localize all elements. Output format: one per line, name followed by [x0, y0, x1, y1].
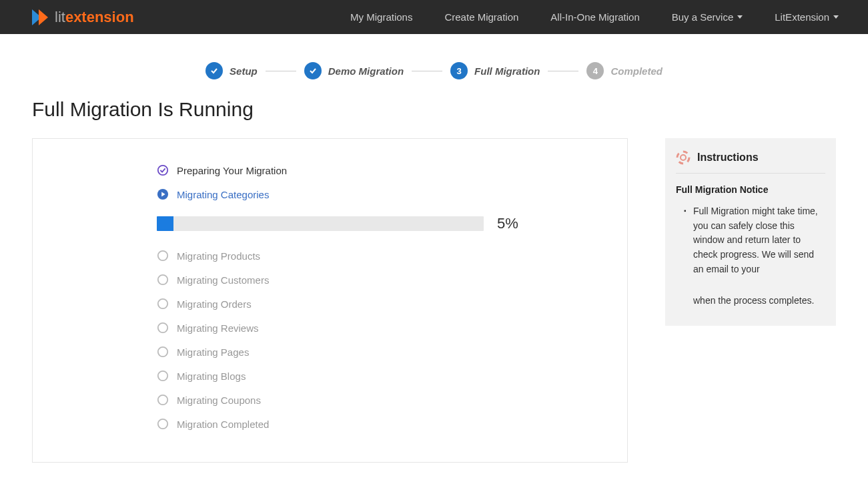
task-categories-label: Migrating Categories — [177, 189, 269, 200]
notice-text-1: Full Migration might take time, you can … — [693, 206, 818, 274]
instructions-panel: Instructions Full Migration Notice Full … — [665, 138, 836, 326]
task-completed-label: Migration Completed — [177, 419, 269, 430]
circle-icon — [157, 322, 169, 334]
step-setup-icon — [205, 62, 223, 79]
circle-icon — [157, 418, 169, 430]
circle-icon — [157, 298, 169, 310]
svg-point-10 — [158, 371, 167, 381]
nav-buy-service[interactable]: Buy a Service — [656, 0, 759, 34]
notice-title: Full Migration Notice — [676, 184, 825, 195]
task-list: Preparing Your Migration Migrating Categ… — [157, 164, 595, 430]
navbar: litextension My Migrations Create Migrat… — [0, 0, 868, 34]
task-completed: Migration Completed — [157, 418, 595, 430]
svg-point-5 — [158, 251, 167, 260]
circle-icon — [157, 394, 169, 406]
step-demo-icon — [304, 62, 322, 79]
task-reviews: Migrating Reviews — [157, 322, 595, 334]
chevron-down-icon — [833, 15, 839, 19]
step-completed-label: Completed — [610, 65, 663, 77]
step-completed-icon: 4 — [586, 62, 604, 79]
progress-fill — [157, 216, 173, 231]
step-demo-label: Demo Migration — [328, 65, 404, 77]
play-circle-icon — [157, 188, 169, 200]
stepper: Setup Demo Migration 3 Full Migration 4 … — [0, 62, 868, 79]
circle-icon — [157, 250, 169, 262]
step-full-icon: 3 — [450, 62, 468, 79]
task-pages-label: Migrating Pages — [177, 346, 249, 358]
nav-menu: My Migrations Create Migration All-In-On… — [334, 0, 855, 34]
task-orders-label: Migrating Orders — [177, 298, 252, 310]
chevron-down-icon — [737, 15, 743, 19]
svg-point-12 — [158, 419, 167, 429]
logo-text: litextension — [55, 9, 134, 26]
task-orders: Migrating Orders — [157, 298, 595, 310]
svg-point-2 — [158, 166, 167, 175]
svg-marker-1 — [39, 9, 48, 25]
progress-bar — [157, 216, 484, 231]
task-customers: Migrating Customers — [157, 274, 595, 286]
task-products-label: Migrating Products — [177, 250, 260, 262]
circle-icon — [157, 370, 169, 382]
step-connector — [412, 71, 442, 71]
nav-litextension[interactable]: LitExtension — [759, 0, 855, 34]
task-coupons-label: Migrating Coupons — [177, 395, 261, 406]
task-preparing-label: Preparing Your Migration — [177, 165, 287, 176]
notice-text-2: when the process completes. — [693, 295, 814, 306]
logo[interactable]: litextension — [32, 9, 134, 26]
svg-point-14 — [681, 155, 686, 160]
migration-panel: Preparing Your Migration Migrating Categ… — [32, 138, 628, 463]
notice-item: Full Migration might take time, you can … — [684, 204, 825, 308]
step-full-label: Full Migration — [474, 65, 540, 77]
svg-point-6 — [158, 275, 167, 284]
notice-list: Full Migration might take time, you can … — [676, 204, 825, 308]
step-connector — [266, 71, 296, 71]
task-blogs: Migrating Blogs — [157, 370, 595, 382]
task-customers-label: Migrating Customers — [177, 274, 269, 286]
step-full[interactable]: 3 Full Migration — [450, 62, 540, 79]
step-completed: 4 Completed — [586, 62, 663, 79]
task-coupons: Migrating Coupons — [157, 394, 595, 406]
svg-point-13 — [677, 152, 689, 164]
instructions-title: Instructions — [697, 152, 759, 164]
svg-point-8 — [158, 323, 167, 332]
step-demo[interactable]: Demo Migration — [304, 62, 404, 79]
task-reviews-label: Migrating Reviews — [177, 322, 259, 334]
progress-percent: 5% — [497, 215, 518, 232]
task-blogs-label: Migrating Blogs — [177, 371, 246, 382]
instructions-header: Instructions — [676, 150, 825, 174]
logo-icon — [32, 9, 51, 25]
task-categories: Migrating Categories — [157, 188, 595, 200]
svg-point-11 — [158, 395, 167, 405]
nav-all-in-one[interactable]: All-In-One Migration — [534, 0, 655, 34]
svg-point-7 — [158, 299, 167, 308]
progress-row: 5% — [157, 215, 595, 232]
circle-icon — [157, 274, 169, 286]
task-pages: Migrating Pages — [157, 346, 595, 358]
check-circle-icon — [157, 164, 169, 176]
task-preparing: Preparing Your Migration — [157, 164, 595, 176]
nav-create-migration[interactable]: Create Migration — [428, 0, 534, 34]
page-title: Full Migration Is Running — [32, 98, 836, 121]
step-setup[interactable]: Setup — [205, 62, 258, 79]
nav-my-migrations[interactable]: My Migrations — [334, 0, 428, 34]
task-products: Migrating Products — [157, 250, 595, 262]
step-setup-label: Setup — [230, 65, 258, 77]
circle-icon — [157, 346, 169, 358]
lifering-icon — [676, 150, 691, 165]
step-connector — [548, 71, 578, 71]
svg-point-9 — [158, 347, 167, 356]
